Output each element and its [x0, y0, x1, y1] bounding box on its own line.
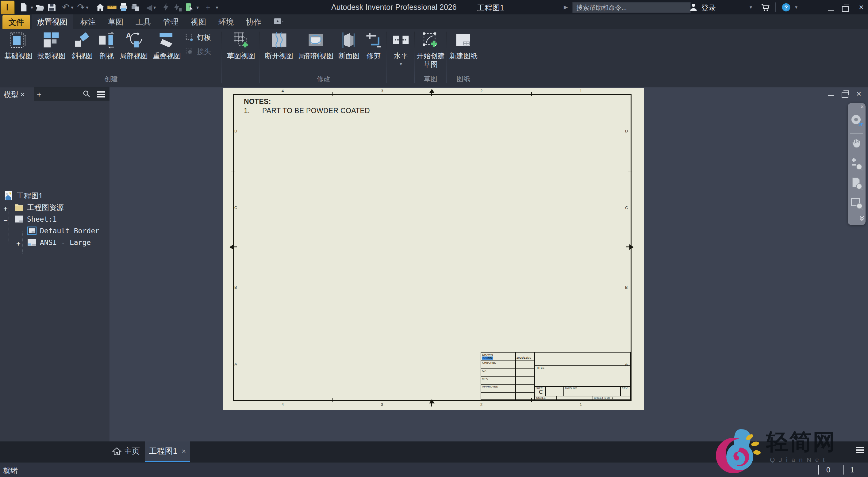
zone-label: B	[625, 285, 628, 290]
slice-view-icon	[340, 31, 358, 49]
browser-close-icon[interactable]: ×	[20, 90, 25, 99]
steering-wheel-icon[interactable]: 2D	[850, 114, 863, 128]
crop-view-button[interactable]: 修剪	[363, 31, 384, 60]
qat-customize-icon[interactable]: ▾	[214, 5, 219, 10]
undo-icon[interactable]: ↶	[62, 2, 70, 13]
sign-in-button[interactable]: 登录	[701, 3, 716, 13]
undo-dropdown-icon[interactable]: ▾	[70, 5, 74, 10]
title-bar: I ▾ ↶ ▾ ↷ ▾	[0, 0, 868, 15]
tab-annotate[interactable]: 标注	[74, 14, 102, 29]
panel-label-sketch: 草图	[415, 74, 446, 84]
break-view-button[interactable]: 断开视图	[263, 31, 295, 60]
store-cart-icon[interactable]	[760, 2, 771, 13]
tree-item-drawing-resources[interactable]: 工程图资源	[14, 202, 64, 213]
tab-environments[interactable]: 环境	[212, 14, 240, 29]
title-block-line	[556, 396, 557, 400]
tab-place-views[interactable]: 放置视图	[32, 14, 73, 29]
search-expand-icon[interactable]: ▶	[564, 4, 568, 10]
doc-tab-drawing[interactable]: 工程图1 ×	[145, 441, 190, 461]
break-out-view-button[interactable]: 局部剖视图	[296, 31, 336, 60]
new-sheet-button[interactable]: 新建图纸	[447, 31, 479, 60]
projected-view-button[interactable]: 投影视图	[36, 31, 67, 60]
tree-guide-line	[22, 231, 23, 254]
overlay-view-button[interactable]: 重叠视图	[151, 31, 183, 60]
centering-mark-right	[629, 244, 634, 250]
connector-icon	[185, 47, 194, 56]
drawn-by-value[interactable]: ADMIN	[482, 356, 493, 359]
zoom-all-icon[interactable]	[850, 177, 863, 190]
browser-add-tab-icon[interactable]: +	[37, 90, 41, 99]
help-dropdown-icon[interactable]: ▾	[794, 4, 799, 10]
tree-item-sheet1[interactable]: Sheet:1	[14, 214, 57, 225]
browser-tab-model[interactable]: 模型	[0, 87, 34, 101]
select-priority-icon[interactable]	[183, 2, 195, 13]
tree-item-drawing[interactable]: 工程图1	[4, 190, 43, 201]
tree-expand-icon[interactable]: +	[16, 240, 22, 248]
start-sketch-button[interactable]: 开始创建草图	[415, 31, 446, 69]
tab-sketch[interactable]: 草图	[102, 14, 129, 29]
horizontal-button[interactable]: 水平 ▾	[389, 31, 413, 67]
navbar-more-icon[interactable]	[860, 216, 864, 223]
tab-view[interactable]: 视图	[185, 14, 212, 29]
tab-tools[interactable]: 工具	[129, 14, 157, 29]
tabstrip-menu-icon[interactable]	[856, 446, 864, 454]
draft-view-button[interactable]: 草图视图	[225, 31, 257, 60]
application-menu-button[interactable]: I	[1, 1, 14, 14]
panel-sheets: 新建图纸 图纸	[446, 29, 480, 87]
browser-menu-icon[interactable]	[97, 90, 105, 99]
tab-file[interactable]: 文件	[2, 15, 30, 29]
scale-label: SCALE	[536, 396, 546, 400]
print-preview-icon[interactable]	[129, 2, 141, 13]
tab-manage[interactable]: 管理	[157, 14, 185, 29]
slice-view-button[interactable]: 断面图	[337, 31, 361, 60]
tree-collapse-icon[interactable]: −	[2, 216, 8, 225]
zoom-window-icon[interactable]	[850, 196, 863, 210]
auxiliary-view-button[interactable]: 斜视图	[69, 31, 96, 60]
detail-view-button[interactable]: A 局部视图	[118, 31, 150, 60]
tab-collaborate[interactable]: 协作	[240, 14, 268, 29]
ribbon-display-options-icon[interactable]	[274, 18, 284, 27]
home-icon[interactable]	[94, 2, 106, 13]
tree-item-label: Default Border	[40, 227, 99, 235]
open-file-icon[interactable]	[34, 2, 46, 13]
pan-hand-icon[interactable]	[850, 137, 863, 150]
zone-label: 3	[381, 89, 383, 93]
tree-item-ansi-large[interactable]: ANSI - Large	[27, 237, 91, 248]
tree-item-default-border[interactable]: Default Border	[27, 225, 99, 236]
sign-in-dropdown-icon[interactable]: ▾	[748, 4, 753, 10]
redo-dropdown-icon[interactable]: ▾	[85, 5, 90, 10]
measure-icon[interactable]	[106, 2, 118, 13]
doc-tab-close-icon[interactable]: ×	[182, 447, 186, 455]
help-icon[interactable]: ?	[780, 2, 792, 13]
base-view-button[interactable]: 基础视图	[2, 31, 34, 60]
tree-expand-icon[interactable]: +	[2, 204, 8, 213]
new-file-icon[interactable]	[18, 2, 29, 13]
browser-search-icon[interactable]	[82, 90, 91, 100]
user-icon[interactable]	[688, 2, 699, 13]
window-close-button[interactable]: ×	[855, 2, 867, 12]
select-priority-dropdown-icon[interactable]: ▾	[195, 5, 200, 10]
doc-tab-home[interactable]: 主页	[111, 441, 146, 461]
centering-mark-right-stem	[626, 247, 630, 247]
titlebar-divider	[775, 2, 776, 12]
panel-label-modify: 修改	[260, 74, 387, 84]
redo-icon[interactable]: ↷	[77, 2, 85, 13]
qat-add-icon: +	[206, 2, 210, 13]
zoom-icon[interactable]	[850, 157, 863, 170]
nailboard-button[interactable]: 钉板	[185, 33, 211, 42]
window-title: Autodesk Inventor Professional 2026	[331, 3, 457, 12]
new-file-dropdown-icon[interactable]: ▾	[29, 5, 34, 10]
save-icon[interactable]	[46, 2, 58, 13]
print-icon[interactable]	[118, 2, 129, 13]
horizontal-dropdown-icon[interactable]: ▾	[400, 61, 402, 67]
section-view-button[interactable]: 剖视	[97, 31, 117, 60]
sheet-note-number: 1.	[244, 107, 250, 115]
zone-label: 1	[580, 89, 582, 93]
doc-close-button[interactable]: ×	[856, 89, 861, 99]
zone-label: C	[625, 205, 628, 210]
help-search-input[interactable]	[572, 2, 691, 13]
navbar-close-icon[interactable]: ×	[860, 104, 864, 110]
qa-label: QA	[482, 369, 487, 372]
start-sketch-label-line2: 草图	[424, 60, 438, 68]
centering-mark-left-stem	[233, 247, 237, 247]
